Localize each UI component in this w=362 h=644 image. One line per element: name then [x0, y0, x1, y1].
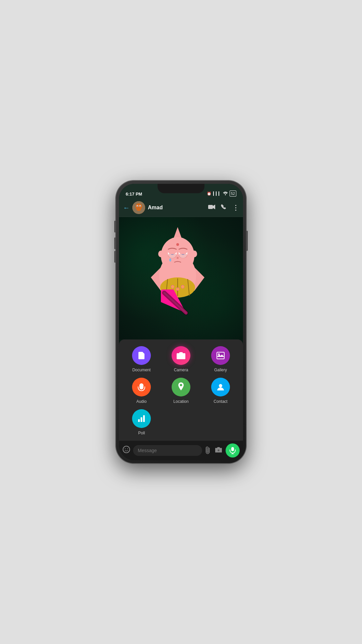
emoji-button[interactable]	[122, 445, 130, 455]
menu-item-audio[interactable]: Audio	[124, 378, 159, 404]
svg-rect-40	[217, 352, 224, 359]
chat-area	[119, 217, 243, 339]
svg-point-48	[123, 446, 130, 453]
poll-icon-circle	[132, 409, 151, 428]
svg-point-43	[180, 384, 182, 386]
svg-rect-47	[143, 415, 145, 422]
svg-point-34	[172, 286, 173, 287]
svg-point-30	[176, 243, 179, 246]
svg-point-7	[136, 208, 141, 211]
svg-point-6	[140, 206, 140, 206]
contact-label: Contact	[214, 399, 227, 404]
contact-icon-circle	[211, 378, 230, 396]
message-bar	[119, 441, 243, 460]
patrick-sticker	[147, 224, 215, 311]
svg-rect-45	[138, 419, 140, 422]
svg-rect-8	[208, 205, 213, 209]
menu-bottom-row: Poll	[124, 409, 238, 435]
menu-item-poll[interactable]: Poll	[124, 409, 159, 435]
paperclip-icon[interactable]	[203, 445, 214, 456]
more-options-button[interactable]: ⋮	[232, 204, 239, 212]
phone-call-button[interactable]	[221, 204, 227, 212]
status-icons: ⏰ ▎▎▎ 52	[207, 191, 236, 197]
svg-point-28	[158, 251, 164, 257]
signal-icon: ▎▎▎	[213, 192, 221, 196]
notch	[158, 184, 204, 193]
phone-frame: 6:17 PM ⏰ ▎▎▎ 52 ←	[116, 180, 246, 464]
wifi-icon	[223, 192, 228, 196]
audio-label: Audio	[136, 399, 147, 404]
battery-icon: 52	[230, 191, 236, 197]
svg-point-5	[137, 206, 138, 206]
svg-point-27	[169, 258, 171, 262]
header-actions: ⋮	[208, 204, 239, 212]
gallery-label: Gallery	[214, 368, 227, 372]
status-time: 6:17 PM	[126, 192, 142, 197]
video-call-button[interactable]	[208, 204, 216, 211]
avatar[interactable]	[132, 201, 145, 214]
location-label: Location	[173, 399, 188, 404]
contact-name: Amad	[148, 205, 205, 211]
menu-item-document[interactable]: Document	[124, 346, 159, 372]
menu-grid: Document Camera	[124, 346, 238, 404]
back-button[interactable]: ←	[123, 204, 130, 212]
attachment-menu: Document Camera	[119, 339, 243, 441]
menu-item-contact[interactable]: Contact	[203, 378, 238, 404]
svg-rect-52	[231, 447, 234, 451]
camera-label: Camera	[174, 368, 188, 372]
document-label: Document	[132, 368, 151, 372]
gallery-icon-circle	[211, 346, 230, 365]
document-icon-circle	[132, 346, 151, 365]
svg-point-26	[177, 257, 179, 259]
svg-point-36	[182, 286, 183, 287]
svg-rect-46	[141, 417, 142, 422]
chat-header: ← Amad	[119, 199, 243, 217]
phone-screen: 6:17 PM ⏰ ▎▎▎ 52 ←	[119, 184, 243, 460]
svg-point-39	[180, 356, 182, 357]
message-input[interactable]	[133, 445, 202, 456]
alarm-icon: ⏰	[207, 192, 212, 196]
menu-item-gallery[interactable]: Gallery	[203, 346, 238, 372]
poll-label: Poll	[138, 431, 145, 435]
svg-point-29	[192, 251, 197, 257]
audio-icon-circle	[132, 378, 151, 396]
svg-point-11	[161, 237, 194, 274]
input-actions	[205, 443, 240, 458]
camera-icon-circle	[172, 346, 190, 365]
svg-point-0	[225, 194, 226, 195]
svg-point-44	[219, 384, 222, 387]
svg-point-50	[127, 448, 128, 449]
svg-point-51	[218, 449, 220, 451]
menu-item-location[interactable]: Location	[164, 378, 198, 404]
mic-button[interactable]	[226, 443, 240, 458]
location-icon-circle	[172, 378, 190, 396]
menu-item-camera[interactable]: Camera	[164, 346, 198, 372]
svg-point-49	[125, 448, 125, 449]
camera-small-icon[interactable]	[215, 447, 222, 454]
